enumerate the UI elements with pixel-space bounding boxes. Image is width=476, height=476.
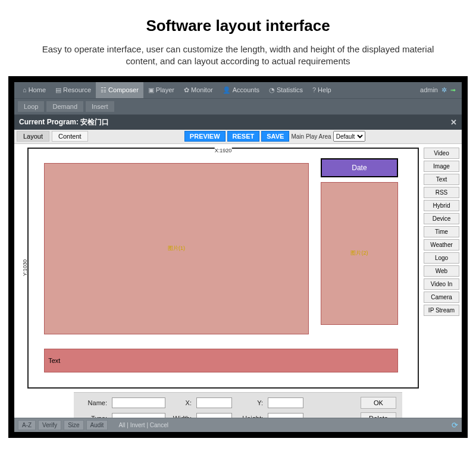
program-name: 安检门口	[80, 117, 109, 127]
nav-home[interactable]: ⌂Home	[18, 82, 51, 98]
statistics-icon: ◔	[269, 86, 275, 94]
tab-loop[interactable]: Loop	[18, 101, 44, 112]
bottom-toolbar: A-Z Verify Size Audit All | Invert | Can…	[14, 418, 462, 432]
app-window: ⌂Home ▤Resource ☷Composer ▣Player ✿Monit…	[8, 76, 468, 438]
current-user: admin	[420, 86, 438, 93]
palette-image[interactable]: Image	[424, 161, 459, 172]
nav-label: Monitor	[191, 86, 213, 93]
editor-toolbar: Layout Content PREVIEW RESET SAVE Main P…	[14, 130, 462, 144]
palette-device[interactable]: Device	[424, 213, 459, 224]
main-play-area-select[interactable]: Default	[333, 131, 365, 142]
y-label: Y:	[236, 399, 264, 406]
region-image-1[interactable]: 图片(1)	[44, 163, 309, 335]
palette-web[interactable]: Web	[424, 265, 459, 277]
composer-icon: ☷	[101, 86, 107, 94]
top-nav: ⌂Home ▤Resource ☷Composer ▣Player ✿Monit…	[14, 82, 462, 99]
preview-button[interactable]: PREVIEW	[184, 131, 226, 142]
region-text[interactable]: Text	[44, 349, 398, 372]
resource-icon: ▤	[55, 86, 61, 94]
palette-video-in[interactable]: Video In	[424, 278, 459, 290]
nav-label: Help	[318, 86, 331, 93]
name-field[interactable]	[112, 397, 165, 408]
mode-tabs: Loop Demand Insert	[14, 99, 462, 115]
tab-insert[interactable]: Insert	[86, 101, 114, 112]
page-subtitle: Easy to operate interface, user can cust…	[36, 43, 440, 68]
program-label: Current Program:	[19, 118, 79, 126]
tab-demand[interactable]: Demand	[46, 101, 83, 112]
main-play-area-label: Main Play Area	[291, 133, 331, 140]
name-label: Name:	[80, 399, 108, 406]
nav-composer[interactable]: ☷Composer	[96, 82, 143, 98]
monitor-icon: ✿	[184, 86, 189, 94]
y-field[interactable]	[268, 397, 303, 408]
nav-label: Player	[156, 86, 174, 93]
nav-resource[interactable]: ▤Resource	[51, 82, 96, 98]
tab-layout[interactable]: Layout	[17, 131, 49, 142]
audit-button[interactable]: Audit	[86, 420, 108, 430]
palette-rss[interactable]: RSS	[424, 187, 459, 198]
layout-canvas[interactable]: X:1920 图片(1) Date 图片(2) Text	[27, 148, 419, 389]
editor-panel: Layout Content PREVIEW RESET SAVE Main P…	[14, 130, 462, 432]
palette-hybrid[interactable]: Hybrid	[424, 200, 459, 211]
nav-statistics[interactable]: ◔Statistics	[264, 82, 308, 98]
accounts-icon: 👤	[223, 86, 231, 94]
tab-content[interactable]: Content	[52, 131, 88, 142]
palette-video[interactable]: Video	[424, 148, 459, 159]
logout-icon[interactable]: ➟	[450, 86, 456, 94]
refresh-icon[interactable]: ⟳	[452, 421, 458, 430]
page-title: Software layout interface	[0, 17, 476, 35]
element-palette: Video Image Text RSS Hybrid Device Time …	[421, 144, 462, 392]
nav-label: Statistics	[277, 86, 303, 93]
help-icon: ?	[312, 86, 316, 93]
x-field[interactable]	[196, 397, 232, 408]
nav-player[interactable]: ▣Player	[143, 82, 179, 98]
player-icon: ▣	[148, 86, 154, 94]
nav-monitor[interactable]: ✿Monitor	[179, 82, 218, 98]
verify-button[interactable]: Verify	[38, 420, 61, 430]
palette-text[interactable]: Text	[424, 174, 459, 185]
x-label: X:	[169, 399, 193, 406]
save-button[interactable]: SAVE	[261, 131, 289, 142]
nav-label: Accounts	[233, 86, 259, 93]
settings-icon[interactable]: ✲	[441, 86, 447, 94]
size-button[interactable]: Size	[64, 420, 83, 430]
nav-accounts[interactable]: 👤Accounts	[218, 82, 264, 98]
close-icon[interactable]: ✕	[450, 118, 457, 127]
nav-help[interactable]: ?Help	[308, 82, 336, 98]
region-image-2[interactable]: 图片(2)	[321, 182, 399, 325]
palette-camera[interactable]: Camera	[424, 292, 459, 303]
palette-ip-stream[interactable]: IP Stream	[424, 305, 459, 316]
ok-button[interactable]: OK	[361, 397, 396, 409]
sort-az-button[interactable]: A-Z	[18, 420, 36, 430]
nav-label: Home	[29, 86, 46, 93]
palette-time[interactable]: Time	[424, 226, 459, 237]
program-title-bar: Current Program: 安检门口 ✕	[14, 115, 462, 130]
reset-button[interactable]: RESET	[227, 131, 260, 142]
nav-label: Resource	[63, 86, 91, 93]
palette-weather[interactable]: Weather	[424, 239, 459, 250]
nav-label: Composer	[108, 86, 139, 93]
region-date[interactable]: Date	[321, 158, 399, 177]
palette-logo[interactable]: Logo	[424, 252, 459, 264]
home-icon: ⌂	[23, 86, 27, 93]
x-ruler-label: X:1920	[215, 148, 232, 154]
selection-actions[interactable]: All | Invert | Cancel	[118, 422, 168, 428]
